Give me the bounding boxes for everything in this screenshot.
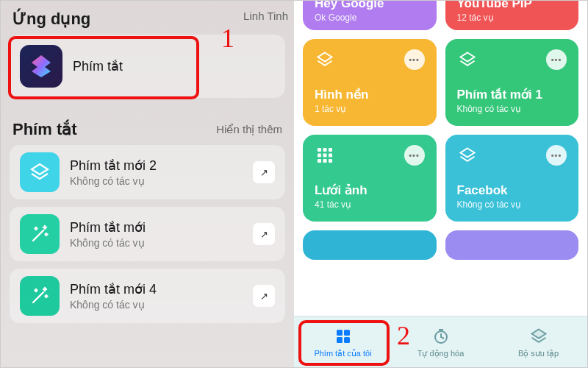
svg-rect-13 — [323, 159, 327, 163]
stack-icon — [529, 327, 548, 346]
more-icon[interactable]: ••• — [404, 49, 425, 70]
more-icon[interactable]: ••• — [546, 49, 567, 70]
shortcut-sub: Không có tác vụ — [70, 175, 243, 187]
layers-icon — [20, 152, 60, 192]
more-icon[interactable]: ••• — [546, 145, 567, 166]
more-icon[interactable]: ••• — [404, 145, 425, 166]
shortcuts-app-panel: Hey Google Ok Google YouTube PiP 12 tác … — [294, 1, 587, 368]
tile-sub: 12 tác vụ — [457, 13, 567, 23]
tab-label: Tự động hóa — [417, 349, 465, 358]
tile-title: Facebok — [457, 183, 567, 198]
annotation-number-2: 2 — [397, 320, 410, 351]
shortcut-item-2[interactable]: Phím tắt mới 4 Không có tác vụ ↗ — [10, 269, 285, 323]
svg-rect-15 — [337, 330, 343, 336]
layers-icon — [457, 49, 478, 70]
svg-rect-14 — [329, 159, 332, 163]
open-icon[interactable]: ↗ — [253, 285, 275, 307]
tile-sub: Không có tác vụ — [457, 199, 567, 210]
tile-youtube-pip[interactable]: YouTube PiP 12 tác vụ — [445, 1, 579, 30]
shortcut-title: Phím tắt mới 4 — [70, 281, 243, 297]
apps-side-label[interactable]: Linh Tinh — [243, 10, 288, 22]
tile-phim-tat-moi-1[interactable]: ••• Phím tắt mới 1 Không có tác vụ — [445, 39, 579, 126]
wand-icon — [20, 214, 60, 254]
grid-icon — [315, 145, 335, 166]
tab-gallery[interactable]: Bộ sưu tập — [490, 316, 587, 368]
tile-sub: Ok Google — [315, 13, 425, 23]
svg-rect-11 — [329, 154, 332, 158]
tab-bar: Phím tắt của tôi Tự động hóa Bộ sưu tập — [294, 316, 587, 368]
clock-icon — [431, 327, 451, 346]
shortcut-sub: Không có tác vụ — [70, 237, 243, 249]
shortcuts-app-icon — [20, 45, 62, 88]
svg-rect-18 — [344, 337, 350, 343]
tile-title: Hình nền — [315, 87, 425, 102]
tile-sub: 1 tác vụ — [315, 104, 425, 114]
show-more-link[interactable]: Hiển thị thêm — [216, 123, 282, 136]
tile-hey-google[interactable]: Hey Google Ok Google — [303, 1, 437, 30]
shortcut-title: Phím tắt mới — [70, 219, 243, 236]
tile-title: Phím tắt mới 1 — [457, 87, 567, 102]
tab-label: Phím tắt của tôi — [314, 349, 371, 358]
svg-rect-6 — [318, 148, 321, 152]
shortcuts-grid: Hey Google Ok Google YouTube PiP 12 tác … — [294, 1, 587, 316]
shortcut-item-0[interactable]: Phím tắt mới 2 Không có tác vụ ↗ — [10, 145, 285, 199]
tile-sub: Không có tác vụ — [457, 104, 567, 114]
tab-label: Bộ sưu tập — [518, 349, 559, 358]
open-icon[interactable]: ↗ — [253, 223, 275, 245]
layers-icon — [457, 145, 478, 166]
svg-rect-8 — [329, 148, 332, 152]
wand-icon — [20, 276, 60, 316]
tile-title: Hey Google — [315, 1, 425, 11]
shortcuts-header: Phím tắt Hiển thị thêm — [1, 111, 294, 145]
tile-hinh-nen[interactable]: ••• Hình nền 1 tác vụ — [303, 39, 437, 126]
tile-title: Lưới ảnh — [315, 183, 425, 198]
tile-title: YouTube PiP — [457, 1, 567, 11]
tile-facebok[interactable]: ••• Facebok Không có tác vụ — [445, 135, 579, 222]
svg-rect-9 — [318, 154, 321, 158]
shortcut-sub: Không có tác vụ — [70, 299, 243, 311]
tab-my-shortcuts[interactable]: Phím tắt của tôi — [294, 316, 392, 368]
tile-sub: 41 tác vụ — [315, 199, 425, 210]
svg-rect-10 — [323, 154, 327, 158]
svg-rect-12 — [318, 159, 321, 163]
shortcuts-title: Phím tắt — [12, 120, 77, 139]
svg-rect-7 — [323, 148, 327, 152]
tile-placeholder[interactable] — [445, 230, 579, 260]
apps-title: Ứng dụng — [12, 10, 90, 29]
annotation-number-1: 1 — [221, 23, 234, 54]
spotlight-panel: Ứng dụng Phím tắt Linh Tinh Phím tắt Hiể… — [1, 1, 294, 368]
layers-icon — [315, 49, 335, 70]
shortcut-item-1[interactable]: Phím tắt mới Không có tác vụ ↗ — [10, 207, 285, 261]
app-result-title: Phím tắt — [73, 58, 275, 74]
shortcut-title: Phím tắt mới 2 — [70, 158, 243, 174]
tile-luoi-anh[interactable]: ••• Lưới ảnh 41 tác vụ — [303, 135, 437, 222]
app-result-shortcuts[interactable]: Phím tắt Linh Tinh — [10, 35, 285, 98]
svg-rect-17 — [337, 337, 343, 343]
tile-placeholder[interactable] — [303, 230, 437, 260]
svg-rect-16 — [344, 330, 350, 336]
tiles-icon — [334, 327, 353, 346]
open-icon[interactable]: ↗ — [253, 161, 275, 183]
